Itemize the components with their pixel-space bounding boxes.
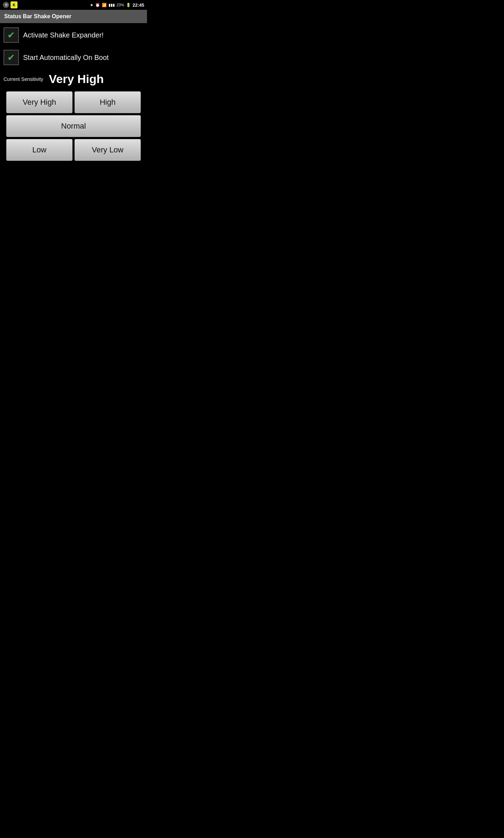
- checkmark-icon-2: ✔: [7, 53, 15, 62]
- main-content: ✔ Activate Shake Expander! ✔ Start Autom…: [0, 23, 147, 172]
- app-bar: Status Bar Shake Opener: [0, 10, 147, 23]
- sensitivity-grid: Very High High Normal Low Very Low: [4, 91, 144, 161]
- sensitivity-row-1: Very High High: [6, 91, 141, 113]
- signal-icon: ▮▮▮: [108, 3, 115, 7]
- very-high-button[interactable]: Very High: [6, 91, 72, 113]
- start-on-boot-label: Start Automatically On Boot: [23, 54, 109, 62]
- bluetooth-icon: ★: [90, 3, 93, 7]
- status-bar-left: ☰ K: [3, 1, 18, 8]
- start-on-boot-row[interactable]: ✔ Start Automatically On Boot: [4, 50, 144, 65]
- sensitivity-label: Current Sensitivity: [4, 76, 43, 82]
- low-button[interactable]: Low: [6, 139, 72, 161]
- sensitivity-section: Current Sensitivity Very High Very High …: [4, 72, 144, 161]
- activate-shake-row[interactable]: ✔ Activate Shake Expander!: [4, 27, 144, 43]
- activate-shake-checkbox[interactable]: ✔: [4, 27, 19, 43]
- sensitivity-header: Current Sensitivity Very High: [4, 72, 144, 86]
- checkmark-icon: ✔: [7, 30, 15, 40]
- sensitivity-row-2: Normal: [6, 115, 141, 137]
- menu-icon: ☰: [3, 2, 9, 8]
- very-low-button[interactable]: Very Low: [75, 139, 141, 161]
- battery-percent: 23%: [117, 3, 124, 7]
- sensitivity-row-3: Low Very Low: [6, 139, 141, 161]
- app-title: Status Bar Shake Opener: [4, 13, 143, 20]
- start-on-boot-checkbox[interactable]: ✔: [4, 50, 19, 65]
- high-button[interactable]: High: [75, 91, 141, 113]
- status-bar: ☰ K ★ ⏰ 📶 ▮▮▮ 23% 🔋 22:45: [0, 0, 147, 10]
- keyboard-icon: K: [10, 1, 18, 8]
- activate-shake-label: Activate Shake Expander!: [23, 31, 104, 39]
- normal-button[interactable]: Normal: [6, 115, 141, 137]
- alarm-icon: ⏰: [95, 3, 100, 7]
- status-time: 22:45: [133, 2, 144, 8]
- wifi-icon: 📶: [102, 3, 107, 7]
- status-bar-right: ★ ⏰ 📶 ▮▮▮ 23% 🔋 22:45: [90, 2, 144, 8]
- battery-icon: 🔋: [126, 3, 131, 7]
- sensitivity-current-value: Very High: [49, 72, 104, 86]
